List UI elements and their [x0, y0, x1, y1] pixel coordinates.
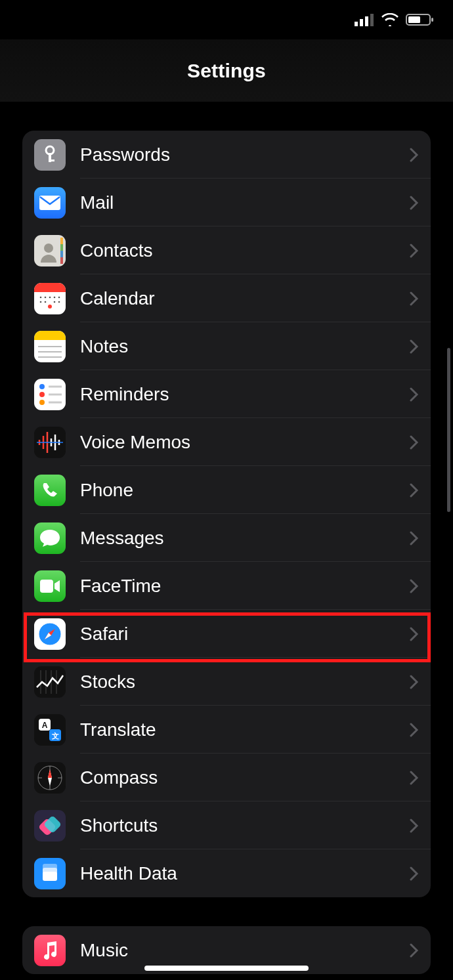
- svg-rect-13: [60, 244, 63, 251]
- wifi-icon: [381, 13, 399, 26]
- svg-rect-44: [40, 580, 53, 593]
- page-title: Settings: [187, 60, 266, 82]
- row-label: Music: [80, 940, 410, 961]
- svg-point-19: [49, 296, 51, 298]
- row-label: Compass: [80, 767, 410, 788]
- svg-rect-3: [370, 14, 374, 26]
- svg-point-24: [54, 301, 56, 303]
- row-label: Notes: [80, 336, 410, 357]
- passwords-icon: [34, 139, 66, 171]
- chevron-right-icon: [410, 435, 419, 450]
- row-label: Passwords: [80, 144, 410, 165]
- row-label: Translate: [80, 719, 410, 740]
- row-label: Safari: [80, 624, 410, 645]
- svg-point-31: [39, 384, 45, 389]
- svg-point-33: [39, 400, 45, 405]
- svg-point-25: [58, 301, 60, 303]
- svg-rect-0: [355, 22, 358, 26]
- svg-rect-15: [60, 257, 63, 264]
- row-health-data[interactable]: Health Data: [22, 849, 431, 897]
- compass-icon: [34, 762, 66, 794]
- battery-icon: [406, 13, 435, 26]
- row-calendar[interactable]: Calendar: [22, 274, 431, 322]
- row-safari[interactable]: Safari: [22, 610, 431, 658]
- row-notes[interactable]: Notes: [22, 322, 431, 370]
- music-icon: [34, 935, 66, 966]
- chevron-right-icon: [410, 196, 419, 210]
- home-indicator[interactable]: [144, 966, 309, 971]
- svg-point-26: [48, 305, 52, 309]
- chevron-right-icon: [410, 291, 419, 306]
- row-messages[interactable]: Messages: [22, 514, 431, 562]
- status-bar: [0, 0, 453, 39]
- chevron-right-icon: [410, 244, 419, 258]
- row-label: Calendar: [80, 288, 410, 309]
- row-label: Voice Memos: [80, 432, 410, 453]
- svg-text:文: 文: [51, 732, 59, 740]
- row-voice-memos[interactable]: Voice Memos: [22, 418, 431, 466]
- svg-point-11: [44, 244, 53, 253]
- row-label: Shortcuts: [80, 815, 410, 836]
- nav-bar: Settings: [0, 39, 453, 102]
- settings-content: Passwords Mail Contacts Calendar: [0, 102, 453, 974]
- svg-point-18: [45, 296, 47, 298]
- calendar-icon: [34, 283, 66, 314]
- row-label: Health Data: [80, 863, 410, 884]
- row-mail[interactable]: Mail: [22, 179, 431, 226]
- health-data-icon: [34, 858, 66, 889]
- notes-icon: [34, 331, 66, 362]
- svg-rect-27: [34, 331, 66, 340]
- svg-rect-64: [43, 864, 57, 873]
- svg-rect-6: [431, 18, 433, 22]
- svg-rect-14: [60, 251, 63, 257]
- row-label: Stocks: [80, 671, 410, 692]
- voice-memos-icon: [34, 427, 66, 458]
- svg-rect-1: [360, 19, 363, 26]
- chevron-right-icon: [410, 723, 419, 737]
- messages-icon: [34, 522, 66, 554]
- svg-rect-5: [408, 16, 420, 23]
- svg-point-32: [39, 392, 45, 397]
- chevron-right-icon: [410, 771, 419, 785]
- svg-point-23: [45, 301, 47, 303]
- row-facetime[interactable]: FaceTime: [22, 562, 431, 610]
- chevron-right-icon: [410, 148, 419, 162]
- shortcuts-icon: [34, 810, 66, 842]
- chevron-right-icon: [410, 387, 419, 402]
- svg-text:A: A: [42, 721, 48, 730]
- phone-icon: [34, 475, 66, 506]
- svg-point-20: [54, 296, 56, 298]
- row-reminders[interactable]: Reminders: [22, 370, 431, 418]
- reminders-icon: [34, 379, 66, 410]
- row-label: Mail: [80, 192, 410, 213]
- row-label: Messages: [80, 528, 410, 549]
- svg-point-17: [40, 296, 42, 298]
- chevron-right-icon: [410, 531, 419, 545]
- row-translate[interactable]: A文 Translate: [22, 706, 431, 754]
- chevron-right-icon: [410, 819, 419, 833]
- row-passwords[interactable]: Passwords: [22, 131, 431, 179]
- svg-point-21: [58, 296, 60, 298]
- translate-icon: A文: [34, 714, 66, 746]
- svg-point-22: [40, 301, 42, 303]
- mail-icon: [34, 187, 66, 219]
- row-stocks[interactable]: Stocks: [22, 658, 431, 706]
- svg-rect-16: [34, 283, 66, 292]
- row-phone[interactable]: Phone: [22, 466, 431, 514]
- contacts-icon: [34, 235, 66, 266]
- row-label: Contacts: [80, 240, 410, 261]
- row-contacts[interactable]: Contacts: [22, 226, 431, 274]
- row-label: Reminders: [80, 384, 410, 405]
- chevron-right-icon: [410, 627, 419, 641]
- svg-rect-2: [365, 16, 368, 26]
- scroll-indicator[interactable]: [447, 348, 450, 512]
- facetime-icon: [34, 570, 66, 602]
- svg-rect-12: [60, 238, 63, 244]
- cellular-icon: [355, 13, 374, 26]
- chevron-right-icon: [410, 483, 419, 498]
- chevron-right-icon: [410, 675, 419, 689]
- safari-icon: [34, 618, 66, 650]
- chevron-right-icon: [410, 339, 419, 354]
- row-shortcuts[interactable]: Shortcuts: [22, 801, 431, 849]
- row-compass[interactable]: Compass: [22, 754, 431, 801]
